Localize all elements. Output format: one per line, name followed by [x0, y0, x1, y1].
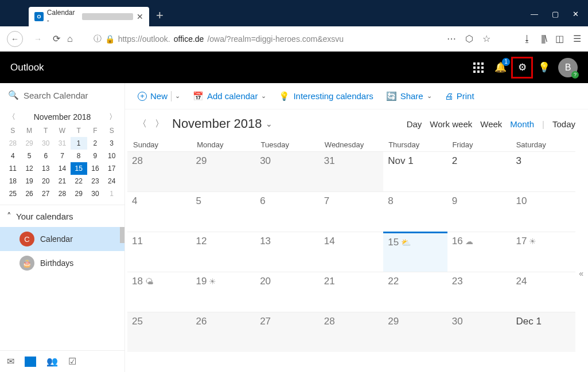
library-icon[interactable]: |||\: [541, 34, 546, 44]
day-cell[interactable]: 14: [320, 232, 384, 272]
mini-day[interactable]: 30: [37, 137, 54, 150]
day-cell[interactable]: 2: [447, 151, 512, 191]
minimize-button[interactable]: —: [531, 10, 538, 18]
mini-day[interactable]: 3: [103, 137, 120, 150]
collapse-sidepane-icon[interactable]: «: [579, 269, 583, 278]
day-cell[interactable]: 26: [192, 312, 256, 352]
site-info-icon[interactable]: ⓘ: [94, 34, 102, 44]
day-cell[interactable]: 11: [127, 232, 192, 272]
app-launcher-button[interactable]: [468, 57, 489, 79]
mini-day[interactable]: 20: [37, 175, 54, 187]
day-cell[interactable]: 23: [447, 272, 512, 312]
day-cell[interactable]: 5: [192, 191, 256, 232]
day-cell[interactable]: 25: [127, 312, 192, 352]
mini-day[interactable]: 28: [54, 187, 71, 200]
mini-day[interactable]: 9: [87, 150, 104, 162]
mini-day[interactable]: 24: [103, 175, 120, 187]
address-bar[interactable]: ⓘ 🔒 https://outlook.office.de/owa/?realm…: [80, 34, 440, 44]
mini-day[interactable]: 17: [103, 162, 120, 175]
mail-module-icon[interactable]: ✉: [7, 356, 14, 367]
prev-period-button[interactable]: 〈: [138, 118, 147, 130]
day-cell[interactable]: 10: [511, 191, 575, 232]
day-cell[interactable]: 21: [320, 272, 384, 312]
day-cell[interactable]: 28: [127, 151, 192, 191]
day-cell[interactable]: 29: [383, 312, 447, 352]
mini-day[interactable]: 25: [5, 187, 21, 200]
day-cell[interactable]: 9: [447, 191, 512, 232]
mini-day[interactable]: 21: [54, 175, 71, 187]
chevron-down-icon[interactable]: ⌄: [175, 92, 180, 100]
mini-day[interactable]: 22: [71, 175, 87, 187]
settings-button[interactable]: ⚙: [511, 57, 533, 79]
share-button[interactable]: 🔄 Share ⌄: [386, 91, 432, 101]
notifications-button[interactable]: 🔔 1: [489, 57, 511, 79]
mini-day[interactable]: 8: [71, 150, 87, 162]
mini-day[interactable]: 1: [103, 187, 120, 200]
page-actions-icon[interactable]: ⋯: [447, 33, 456, 44]
calendar-list-item[interactable]: 🎂Birthdays: [0, 251, 124, 275]
close-window-button[interactable]: ✕: [573, 10, 579, 18]
close-tab-icon[interactable]: ✕: [137, 12, 143, 21]
view-week[interactable]: Week: [480, 119, 502, 129]
mini-day[interactable]: 16: [87, 162, 104, 175]
people-module-icon[interactable]: 👥: [46, 356, 58, 367]
mini-day[interactable]: 29: [21, 137, 38, 150]
day-cell[interactable]: 27: [255, 312, 320, 352]
next-period-button[interactable]: 〉: [155, 118, 164, 130]
mini-day[interactable]: 18: [5, 175, 21, 187]
mini-day[interactable]: 23: [87, 175, 104, 187]
tasks-module-icon[interactable]: ☑: [68, 356, 76, 367]
mini-day[interactable]: 26: [21, 187, 38, 200]
day-cell[interactable]: 18🌤: [127, 272, 192, 312]
sidebar-toggle-icon[interactable]: ◫: [555, 33, 564, 44]
day-cell[interactable]: 30: [447, 312, 512, 352]
mini-day[interactable]: 10: [103, 150, 120, 162]
day-cell[interactable]: Nov 1: [383, 151, 447, 191]
day-cell[interactable]: 4: [127, 191, 192, 232]
calendar-list-item[interactable]: CCalendar: [0, 227, 124, 251]
calendar-module-icon[interactable]: [25, 357, 36, 367]
browser-tab[interactable]: O Calendar - ✕: [29, 7, 149, 26]
day-cell[interactable]: 24: [511, 272, 575, 312]
day-cell[interactable]: 28: [320, 312, 384, 352]
mini-day[interactable]: 15: [71, 162, 87, 175]
day-cell[interactable]: 31: [320, 151, 384, 191]
mini-day[interactable]: 30: [87, 187, 104, 200]
home-button[interactable]: ⌂: [67, 34, 73, 44]
mini-day[interactable]: 6: [37, 150, 54, 162]
mini-day[interactable]: 1: [71, 137, 87, 150]
new-tab-button[interactable]: +: [156, 8, 163, 23]
forward-button[interactable]: →: [30, 31, 46, 47]
mini-day[interactable]: 14: [54, 162, 71, 175]
day-cell[interactable]: 30: [255, 151, 320, 191]
search-calendar[interactable]: 🔍 Search Calendar: [0, 83, 124, 107]
view-work-week[interactable]: Work week: [430, 119, 472, 129]
new-button[interactable]: + New ⌄: [138, 91, 180, 101]
mini-day[interactable]: 19: [21, 175, 38, 187]
mini-day[interactable]: 12: [21, 162, 38, 175]
mini-day[interactable]: 28: [5, 137, 21, 150]
add-calendar-button[interactable]: 📅 Add calendar ⌄: [193, 91, 266, 101]
day-cell[interactable]: 15⛅: [383, 232, 447, 272]
your-calendars-header[interactable]: ˄ Your calendars: [0, 205, 124, 227]
mini-day[interactable]: 4: [5, 150, 21, 162]
reload-button[interactable]: ⟳: [53, 33, 60, 44]
account-avatar[interactable]: B ?: [558, 58, 578, 77]
view-today[interactable]: Today: [552, 119, 575, 129]
mini-day[interactable]: 11: [5, 162, 21, 175]
mini-day[interactable]: 2: [87, 137, 104, 150]
day-cell[interactable]: 19☀: [192, 272, 256, 312]
mini-day[interactable]: 29: [71, 187, 87, 200]
day-cell[interactable]: 13: [255, 232, 320, 272]
mini-day[interactable]: 5: [21, 150, 38, 162]
day-cell[interactable]: 12: [192, 232, 256, 272]
day-cell[interactable]: 6: [255, 191, 320, 232]
day-cell[interactable]: Dec 1: [511, 312, 575, 352]
day-cell[interactable]: 22: [383, 272, 447, 312]
mini-day[interactable]: 31: [54, 137, 71, 150]
interesting-calendars-button[interactable]: 💡 Interesting calendars: [279, 91, 373, 101]
menu-icon[interactable]: ☰: [573, 33, 581, 44]
print-button[interactable]: 🖨 Print: [445, 91, 474, 101]
scrollbar-thumb[interactable]: [120, 227, 124, 243]
mini-prev-month[interactable]: 〈: [8, 112, 15, 122]
